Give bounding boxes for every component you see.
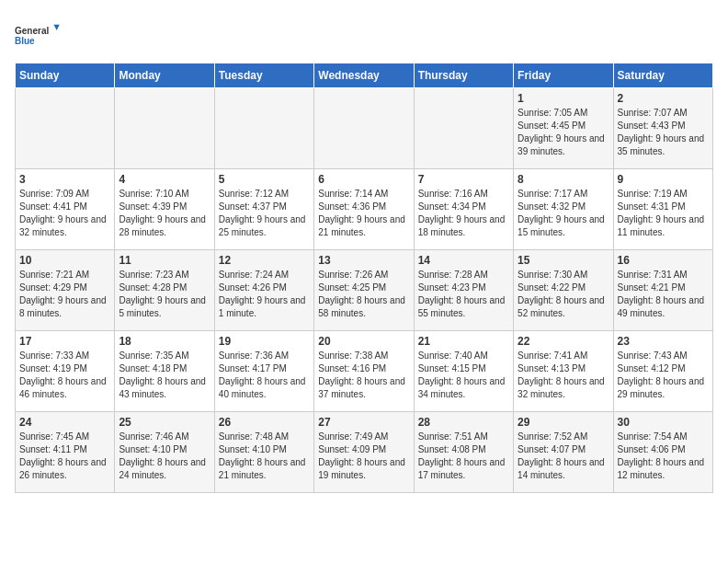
- calendar-cell: 2Sunrise: 7:07 AM Sunset: 4:43 PM Daylig…: [613, 88, 712, 169]
- day-info: Sunrise: 7:17 AM Sunset: 4:32 PM Dayligh…: [518, 188, 609, 239]
- day-number: 8: [518, 173, 609, 186]
- calendar-cell: 26Sunrise: 7:48 AM Sunset: 4:10 PM Dayli…: [214, 412, 313, 493]
- day-number: 21: [418, 335, 509, 348]
- calendar-cell: 19Sunrise: 7:36 AM Sunset: 4:17 PM Dayli…: [214, 331, 313, 412]
- calendar-cell: 18Sunrise: 7:35 AM Sunset: 4:18 PM Dayli…: [115, 331, 214, 412]
- day-info: Sunrise: 7:51 AM Sunset: 4:08 PM Dayligh…: [418, 431, 509, 482]
- day-info: Sunrise: 7:49 AM Sunset: 4:09 PM Dayligh…: [318, 431, 409, 482]
- day-info: Sunrise: 7:07 AM Sunset: 4:43 PM Dayligh…: [618, 107, 709, 158]
- day-number: 6: [318, 173, 409, 186]
- day-info: Sunrise: 7:31 AM Sunset: 4:21 PM Dayligh…: [618, 269, 709, 320]
- calendar-cell: 6Sunrise: 7:14 AM Sunset: 4:36 PM Daylig…: [314, 169, 414, 250]
- day-number: 1: [518, 92, 609, 105]
- day-number: 4: [119, 173, 210, 186]
- day-info: Sunrise: 7:52 AM Sunset: 4:07 PM Dayligh…: [518, 431, 609, 482]
- calendar-cell: 23Sunrise: 7:43 AM Sunset: 4:12 PM Dayli…: [613, 331, 712, 412]
- day-number: 28: [418, 416, 509, 429]
- calendar-row: 24Sunrise: 7:45 AM Sunset: 4:11 PM Dayli…: [16, 412, 713, 493]
- day-number: 5: [219, 173, 310, 186]
- day-number: 30: [618, 416, 709, 429]
- calendar-cell: [214, 88, 313, 169]
- calendar-cell: 29Sunrise: 7:52 AM Sunset: 4:07 PM Dayli…: [514, 412, 613, 493]
- calendar-cell: 30Sunrise: 7:54 AM Sunset: 4:06 PM Dayli…: [613, 412, 712, 493]
- header-day: Sunday: [16, 63, 115, 88]
- day-number: 22: [518, 335, 609, 348]
- calendar-cell: 24Sunrise: 7:45 AM Sunset: 4:11 PM Dayli…: [16, 412, 115, 493]
- day-number: 15: [518, 254, 609, 267]
- header-day: Tuesday: [214, 63, 313, 88]
- day-number: 26: [219, 416, 310, 429]
- calendar-cell: 16Sunrise: 7:31 AM Sunset: 4:21 PM Dayli…: [613, 250, 712, 331]
- day-info: Sunrise: 7:21 AM Sunset: 4:29 PM Dayligh…: [19, 269, 110, 320]
- day-info: Sunrise: 7:35 AM Sunset: 4:18 PM Dayligh…: [119, 350, 210, 401]
- calendar-cell: 17Sunrise: 7:33 AM Sunset: 4:19 PM Dayli…: [16, 331, 115, 412]
- calendar-cell: 10Sunrise: 7:21 AM Sunset: 4:29 PM Dayli…: [16, 250, 115, 331]
- calendar-cell: [414, 88, 513, 169]
- day-number: 27: [318, 416, 409, 429]
- calendar-row: 1Sunrise: 7:05 AM Sunset: 4:45 PM Daylig…: [16, 88, 713, 169]
- header: General Blue: [15, 15, 713, 55]
- calendar-cell: [16, 88, 115, 169]
- day-number: 13: [318, 254, 409, 267]
- day-info: Sunrise: 7:23 AM Sunset: 4:28 PM Dayligh…: [119, 269, 210, 320]
- day-number: 20: [318, 335, 409, 348]
- day-info: Sunrise: 7:45 AM Sunset: 4:11 PM Dayligh…: [19, 431, 110, 482]
- day-info: Sunrise: 7:14 AM Sunset: 4:36 PM Dayligh…: [318, 188, 409, 239]
- calendar-cell: [314, 88, 414, 169]
- header-day: Friday: [514, 63, 613, 88]
- day-number: 23: [618, 335, 709, 348]
- logo: General Blue: [15, 15, 61, 55]
- day-number: 24: [19, 416, 110, 429]
- calendar-cell: 25Sunrise: 7:46 AM Sunset: 4:10 PM Dayli…: [115, 412, 214, 493]
- calendar-cell: 13Sunrise: 7:26 AM Sunset: 4:25 PM Dayli…: [314, 250, 414, 331]
- calendar-cell: 4Sunrise: 7:10 AM Sunset: 4:39 PM Daylig…: [115, 169, 214, 250]
- day-number: 2: [618, 92, 709, 105]
- day-info: Sunrise: 7:28 AM Sunset: 4:23 PM Dayligh…: [418, 269, 509, 320]
- day-number: 14: [418, 254, 509, 267]
- calendar-row: 3Sunrise: 7:09 AM Sunset: 4:41 PM Daylig…: [16, 169, 713, 250]
- calendar-cell: 20Sunrise: 7:38 AM Sunset: 4:16 PM Dayli…: [314, 331, 414, 412]
- day-info: Sunrise: 7:30 AM Sunset: 4:22 PM Dayligh…: [518, 269, 609, 320]
- svg-text:Blue: Blue: [15, 36, 35, 46]
- calendar-cell: 12Sunrise: 7:24 AM Sunset: 4:26 PM Dayli…: [214, 250, 313, 331]
- day-number: 11: [119, 254, 210, 267]
- day-info: Sunrise: 7:41 AM Sunset: 4:13 PM Dayligh…: [518, 350, 609, 401]
- calendar-cell: 27Sunrise: 7:49 AM Sunset: 4:09 PM Dayli…: [314, 412, 414, 493]
- header-day: Thursday: [414, 63, 513, 88]
- day-info: Sunrise: 7:09 AM Sunset: 4:41 PM Dayligh…: [19, 188, 110, 239]
- calendar-cell: 7Sunrise: 7:16 AM Sunset: 4:34 PM Daylig…: [414, 169, 513, 250]
- svg-marker-2: [54, 25, 60, 30]
- calendar-table: SundayMondayTuesdayWednesdayThursdayFrid…: [15, 63, 713, 493]
- day-info: Sunrise: 7:33 AM Sunset: 4:19 PM Dayligh…: [19, 350, 110, 401]
- day-number: 17: [19, 335, 110, 348]
- day-number: 18: [119, 335, 210, 348]
- day-number: 3: [19, 173, 110, 186]
- calendar-row: 17Sunrise: 7:33 AM Sunset: 4:19 PM Dayli…: [16, 331, 713, 412]
- header-day: Monday: [115, 63, 214, 88]
- day-info: Sunrise: 7:36 AM Sunset: 4:17 PM Dayligh…: [219, 350, 310, 401]
- svg-text:General: General: [15, 26, 49, 36]
- day-info: Sunrise: 7:05 AM Sunset: 4:45 PM Dayligh…: [518, 107, 609, 158]
- calendar-cell: 28Sunrise: 7:51 AM Sunset: 4:08 PM Dayli…: [414, 412, 513, 493]
- header-day: Saturday: [613, 63, 712, 88]
- calendar-cell: 5Sunrise: 7:12 AM Sunset: 4:37 PM Daylig…: [214, 169, 313, 250]
- day-info: Sunrise: 7:19 AM Sunset: 4:31 PM Dayligh…: [618, 188, 709, 239]
- day-number: 10: [19, 254, 110, 267]
- calendar-cell: 9Sunrise: 7:19 AM Sunset: 4:31 PM Daylig…: [613, 169, 712, 250]
- day-info: Sunrise: 7:54 AM Sunset: 4:06 PM Dayligh…: [618, 431, 709, 482]
- day-info: Sunrise: 7:12 AM Sunset: 4:37 PM Dayligh…: [219, 188, 310, 239]
- calendar-cell: 3Sunrise: 7:09 AM Sunset: 4:41 PM Daylig…: [16, 169, 115, 250]
- calendar-cell: 1Sunrise: 7:05 AM Sunset: 4:45 PM Daylig…: [514, 88, 613, 169]
- calendar-cell: [115, 88, 214, 169]
- day-info: Sunrise: 7:43 AM Sunset: 4:12 PM Dayligh…: [618, 350, 709, 401]
- day-info: Sunrise: 7:38 AM Sunset: 4:16 PM Dayligh…: [318, 350, 409, 401]
- calendar-cell: 15Sunrise: 7:30 AM Sunset: 4:22 PM Dayli…: [514, 250, 613, 331]
- calendar-cell: 11Sunrise: 7:23 AM Sunset: 4:28 PM Dayli…: [115, 250, 214, 331]
- header-day: Wednesday: [314, 63, 414, 88]
- calendar-cell: 14Sunrise: 7:28 AM Sunset: 4:23 PM Dayli…: [414, 250, 513, 331]
- day-info: Sunrise: 7:40 AM Sunset: 4:15 PM Dayligh…: [418, 350, 509, 401]
- day-info: Sunrise: 7:16 AM Sunset: 4:34 PM Dayligh…: [418, 188, 509, 239]
- day-number: 12: [219, 254, 310, 267]
- day-number: 7: [418, 173, 509, 186]
- day-number: 9: [618, 173, 709, 186]
